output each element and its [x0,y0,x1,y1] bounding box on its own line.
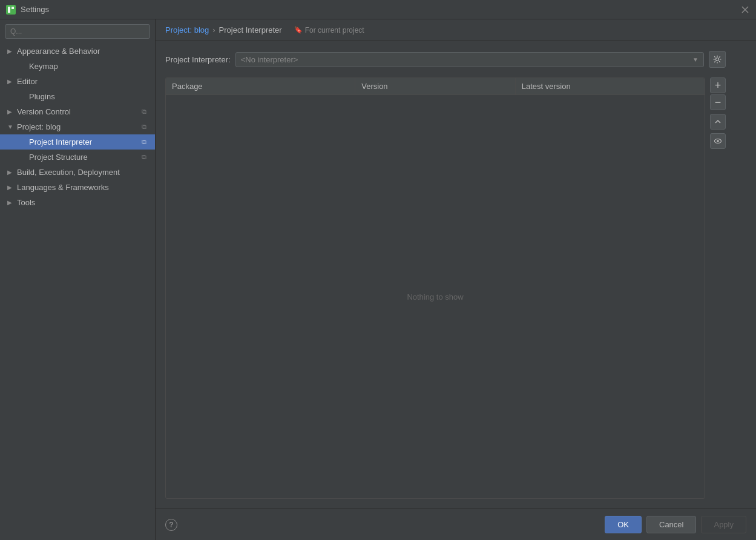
close-button[interactable] [740,5,750,15]
bookmark-icon: 🔖 [294,26,303,34]
sidebar-item-project-structure[interactable]: Project Structure ⧉ [0,150,155,165]
sidebar-item-editor[interactable]: ▶ Editor [0,74,155,89]
eye-icon [714,137,722,145]
search-input[interactable] [5,24,150,39]
interpreter-row: Project Interpreter: <No interpreter> ▼ [165,51,726,68]
window-title: Settings [21,5,740,14]
content-area: ▶ Appearance & Behavior Keymap ▶ Editor … [0,19,756,540]
plus-icon: + [715,80,721,91]
upgrade-package-button[interactable] [710,114,726,130]
apply-button[interactable]: Apply [701,516,746,533]
svg-rect-2 [12,7,14,9]
collapse-arrow-icon: ▼ [7,123,15,130]
interpreter-label: Project Interpreter: [165,55,231,64]
title-bar: Settings [0,0,756,19]
question-mark-icon: ? [169,521,173,529]
sidebar-item-label: Project: blog [17,122,61,131]
app-icon [6,5,16,15]
expand-arrow-icon: ▶ [7,184,15,191]
sidebar-item-label: Build, Execution, Deployment [17,168,120,177]
column-header-package: Package [166,78,355,94]
ok-button[interactable]: OK [605,516,642,533]
table-body-empty: Nothing to show [166,95,705,498]
settings-window: Settings ▶ Appearance & Behavior Keymap … [0,0,756,540]
chevron-down-icon: ▼ [692,56,698,63]
footer: ? OK Cancel Apply [156,509,756,540]
copy-icon: ⧉ [142,108,150,116]
copy-icon: ⧉ [142,123,150,131]
gear-button[interactable] [709,51,726,68]
breadcrumb-bar: Project: blog › Project Interpreter 🔖 Fo… [156,19,756,41]
svg-point-7 [717,140,719,142]
table-header: Package Version Latest version [166,78,705,95]
sidebar-item-label: Keymap [29,62,58,71]
copy-icon: ⧉ [142,138,150,147]
sidebar-item-project-interpreter[interactable]: Project Interpreter ⧉ [0,134,155,150]
sidebar-item-label: Languages & Frameworks [17,183,109,192]
settings-content: Project Interpreter: <No interpreter> ▼ [156,41,756,509]
sidebar-item-label: Editor [17,77,38,86]
sidebar-item-label: Tools [17,198,35,207]
interpreter-value: <No interpreter> [241,55,298,64]
expand-arrow-icon: ▶ [7,78,15,85]
sidebar-item-label: Version Control [17,107,71,116]
interpreter-dropdown[interactable]: <No interpreter> ▼ [235,52,704,67]
sidebar-item-languages-frameworks[interactable]: ▶ Languages & Frameworks [0,180,155,195]
table-area: Package Version Latest version Nothing t… [165,77,726,499]
sidebar-item-label: Project Structure [29,153,88,162]
add-package-button[interactable]: + [710,77,726,93]
svg-point-5 [716,58,719,61]
sidebar-item-version-control[interactable]: ▶ Version Control ⧉ [0,104,155,119]
sidebar-item-appearance-behavior[interactable]: ▶ Appearance & Behavior [0,44,155,59]
main-content: Project: blog › Project Interpreter 🔖 Fo… [156,19,756,540]
sidebar-item-tools[interactable]: ▶ Tools [0,195,155,210]
sidebar: ▶ Appearance & Behavior Keymap ▶ Editor … [0,19,156,540]
breadcrumb-current: Project Interpreter [219,25,282,35]
expand-arrow-icon: ▶ [7,199,15,206]
remove-package-button[interactable]: − [710,94,726,110]
sidebar-item-label: Appearance & Behavior [17,47,100,56]
column-header-version: Version [355,78,516,94]
expand-arrow-icon: ▶ [7,169,15,176]
empty-message: Nothing to show [407,292,463,301]
project-note-text: For current project [305,26,364,35]
minus-icon: − [715,97,721,108]
sidebar-item-keymap[interactable]: Keymap [0,59,155,74]
copy-icon: ⧉ [142,153,150,162]
show-paths-button[interactable] [710,133,726,149]
sidebar-item-label: Project Interpreter [29,137,92,147]
expand-arrow-icon: ▶ [7,48,15,54]
expand-arrow-icon: ▶ [7,108,15,115]
arrow-up-icon [714,118,721,125]
breadcrumb-separator: › [212,25,215,35]
column-header-latest: Latest version [516,78,705,94]
sidebar-item-build-execution[interactable]: ▶ Build, Execution, Deployment [0,165,155,180]
packages-table: Package Version Latest version Nothing t… [165,77,705,499]
help-button[interactable]: ? [165,519,177,531]
sidebar-item-label: Plugins [29,92,55,101]
svg-rect-1 [8,7,10,13]
table-side-actions: + − [710,77,726,499]
sidebar-item-plugins[interactable]: Plugins [0,89,155,104]
sidebar-item-project-blog[interactable]: ▼ Project: blog ⧉ [0,119,155,134]
cancel-button[interactable]: Cancel [646,516,696,533]
breadcrumb-parent[interactable]: Project: blog [165,25,209,35]
footer-buttons: OK Cancel Apply [605,516,746,533]
project-note: 🔖 For current project [294,26,364,35]
